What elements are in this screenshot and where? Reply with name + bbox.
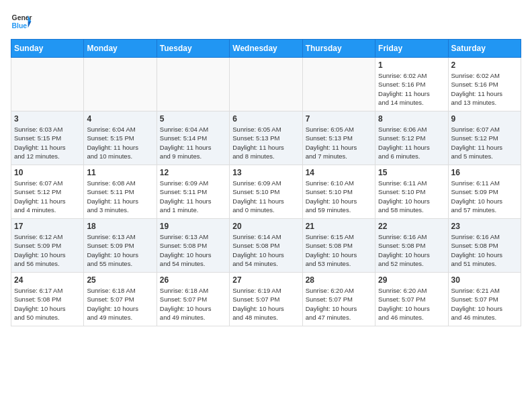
svg-text:Blue: Blue (12, 22, 28, 30)
weekday-header-sunday: Sunday (11, 40, 84, 58)
table-cell: 21Sunrise: 6:15 AM Sunset: 5:08 PM Dayli… (302, 219, 375, 273)
day-info: Sunrise: 6:02 AM Sunset: 5:16 PM Dayligh… (378, 71, 445, 107)
day-number: 19 (160, 222, 226, 231)
table-cell: 10Sunrise: 6:07 AM Sunset: 5:12 PM Dayli… (11, 165, 84, 219)
day-number: 3 (14, 114, 81, 124)
day-info: Sunrise: 6:12 AM Sunset: 5:09 PM Dayligh… (14, 232, 81, 268)
day-info: Sunrise: 6:05 AM Sunset: 5:13 PM Dayligh… (306, 125, 372, 161)
table-cell (230, 58, 302, 111)
table-cell (302, 58, 375, 111)
table-cell: 29Sunrise: 6:20 AM Sunset: 5:07 PM Dayli… (375, 273, 448, 326)
day-info: Sunrise: 6:19 AM Sunset: 5:07 PM Dayligh… (232, 286, 299, 322)
table-cell: 28Sunrise: 6:20 AM Sunset: 5:07 PM Dayli… (302, 273, 375, 326)
day-info: Sunrise: 6:10 AM Sunset: 5:10 PM Dayligh… (306, 179, 372, 214)
weekday-header-wednesday: Wednesday (230, 40, 302, 58)
day-info: Sunrise: 6:06 AM Sunset: 5:12 PM Dayligh… (378, 125, 445, 161)
table-cell (11, 58, 84, 111)
day-number: 13 (232, 168, 299, 177)
day-number: 25 (87, 275, 153, 285)
table-cell: 11Sunrise: 6:08 AM Sunset: 5:11 PM Dayli… (84, 165, 157, 219)
day-number: 7 (306, 114, 372, 124)
day-info: Sunrise: 6:13 AM Sunset: 5:09 PM Dayligh… (87, 232, 153, 268)
weekday-header-thursday: Thursday (302, 40, 375, 58)
table-cell: 9Sunrise: 6:07 AM Sunset: 5:12 PM Daylig… (448, 111, 521, 165)
day-info: Sunrise: 6:07 AM Sunset: 5:12 PM Dayligh… (14, 179, 81, 214)
week-row-4: 17Sunrise: 6:12 AM Sunset: 5:09 PM Dayli… (11, 219, 521, 273)
day-info: Sunrise: 6:20 AM Sunset: 5:07 PM Dayligh… (306, 286, 372, 322)
table-cell: 4Sunrise: 6:04 AM Sunset: 5:15 PM Daylig… (84, 111, 157, 165)
day-info: Sunrise: 6:16 AM Sunset: 5:08 PM Dayligh… (451, 232, 518, 268)
day-info: Sunrise: 6:13 AM Sunset: 5:08 PM Dayligh… (160, 232, 226, 268)
day-number: 18 (87, 222, 153, 231)
table-cell: 26Sunrise: 6:18 AM Sunset: 5:07 PM Dayli… (157, 273, 229, 326)
table-cell: 13Sunrise: 6:09 AM Sunset: 5:10 PM Dayli… (230, 165, 302, 219)
table-cell: 27Sunrise: 6:19 AM Sunset: 5:07 PM Dayli… (230, 273, 302, 326)
svg-marker-3 (28, 21, 32, 28)
day-number: 20 (232, 222, 299, 231)
day-info: Sunrise: 6:21 AM Sunset: 5:07 PM Dayligh… (451, 286, 518, 322)
table-cell: 25Sunrise: 6:18 AM Sunset: 5:07 PM Dayli… (84, 273, 157, 326)
table-cell: 8Sunrise: 6:06 AM Sunset: 5:12 PM Daylig… (375, 111, 448, 165)
day-number: 5 (160, 114, 226, 124)
day-info: Sunrise: 6:09 AM Sunset: 5:10 PM Dayligh… (232, 179, 299, 214)
table-cell: 18Sunrise: 6:13 AM Sunset: 5:09 PM Dayli… (84, 219, 157, 273)
day-info: Sunrise: 6:08 AM Sunset: 5:11 PM Dayligh… (87, 179, 153, 214)
day-number: 28 (306, 275, 372, 285)
day-number: 1 (378, 60, 445, 70)
day-info: Sunrise: 6:17 AM Sunset: 5:08 PM Dayligh… (14, 286, 81, 322)
day-info: Sunrise: 6:04 AM Sunset: 5:15 PM Dayligh… (87, 125, 153, 161)
day-info: Sunrise: 6:05 AM Sunset: 5:13 PM Dayligh… (232, 125, 299, 161)
day-info: Sunrise: 6:18 AM Sunset: 5:07 PM Dayligh… (87, 286, 153, 322)
day-info: Sunrise: 6:15 AM Sunset: 5:08 PM Dayligh… (306, 232, 372, 268)
table-cell: 3Sunrise: 6:03 AM Sunset: 5:15 PM Daylig… (11, 111, 84, 165)
day-number: 11 (87, 168, 153, 177)
table-cell: 15Sunrise: 6:11 AM Sunset: 5:10 PM Dayli… (375, 165, 448, 219)
table-cell: 7Sunrise: 6:05 AM Sunset: 5:13 PM Daylig… (302, 111, 375, 165)
table-cell: 17Sunrise: 6:12 AM Sunset: 5:09 PM Dayli… (11, 219, 84, 273)
week-row-3: 10Sunrise: 6:07 AM Sunset: 5:12 PM Dayli… (11, 165, 521, 219)
day-number: 15 (378, 168, 445, 177)
day-number: 12 (160, 168, 226, 177)
day-number: 22 (378, 222, 445, 231)
day-info: Sunrise: 6:14 AM Sunset: 5:08 PM Dayligh… (232, 232, 299, 268)
table-cell: 24Sunrise: 6:17 AM Sunset: 5:08 PM Dayli… (11, 273, 84, 326)
day-number: 23 (451, 222, 518, 231)
logo-icon: General Blue (11, 11, 32, 32)
table-cell: 2Sunrise: 6:02 AM Sunset: 5:16 PM Daylig… (448, 58, 521, 111)
table-cell: 6Sunrise: 6:05 AM Sunset: 5:13 PM Daylig… (230, 111, 302, 165)
weekday-header-friday: Friday (375, 40, 448, 58)
day-info: Sunrise: 6:16 AM Sunset: 5:08 PM Dayligh… (378, 232, 445, 268)
table-cell (157, 58, 229, 111)
weekday-header-monday: Monday (84, 40, 157, 58)
day-info: Sunrise: 6:07 AM Sunset: 5:12 PM Dayligh… (451, 125, 518, 161)
table-cell: 23Sunrise: 6:16 AM Sunset: 5:08 PM Dayli… (448, 219, 521, 273)
day-number: 6 (232, 114, 299, 124)
day-number: 10 (14, 168, 81, 177)
day-number: 4 (87, 114, 153, 124)
table-cell: 30Sunrise: 6:21 AM Sunset: 5:07 PM Dayli… (448, 273, 521, 326)
week-row-2: 3Sunrise: 6:03 AM Sunset: 5:15 PM Daylig… (11, 111, 521, 165)
day-info: Sunrise: 6:02 AM Sunset: 5:16 PM Dayligh… (451, 71, 518, 107)
day-number: 8 (378, 114, 445, 124)
day-number: 16 (451, 168, 518, 177)
day-info: Sunrise: 6:04 AM Sunset: 5:14 PM Dayligh… (160, 125, 226, 161)
table-cell: 12Sunrise: 6:09 AM Sunset: 5:11 PM Dayli… (157, 165, 229, 219)
day-number: 14 (306, 168, 372, 177)
weekday-header-tuesday: Tuesday (157, 40, 229, 58)
table-cell: 22Sunrise: 6:16 AM Sunset: 5:08 PM Dayli… (375, 219, 448, 273)
logo: General Blue (11, 11, 32, 32)
table-cell (84, 58, 157, 111)
day-number: 24 (14, 275, 81, 285)
table-cell: 14Sunrise: 6:10 AM Sunset: 5:10 PM Dayli… (302, 165, 375, 219)
calendar-table: SundayMondayTuesdayWednesdayThursdayFrid… (11, 39, 521, 326)
day-number: 9 (451, 114, 518, 124)
table-cell: 1Sunrise: 6:02 AM Sunset: 5:16 PM Daylig… (375, 58, 448, 111)
week-row-5: 24Sunrise: 6:17 AM Sunset: 5:08 PM Dayli… (11, 273, 521, 326)
table-cell: 19Sunrise: 6:13 AM Sunset: 5:08 PM Dayli… (157, 219, 229, 273)
day-number: 17 (14, 222, 81, 231)
day-info: Sunrise: 6:03 AM Sunset: 5:15 PM Dayligh… (14, 125, 81, 161)
day-info: Sunrise: 6:20 AM Sunset: 5:07 PM Dayligh… (378, 286, 445, 322)
day-number: 21 (306, 222, 372, 231)
day-info: Sunrise: 6:11 AM Sunset: 5:09 PM Dayligh… (451, 179, 518, 214)
day-number: 29 (378, 275, 445, 285)
